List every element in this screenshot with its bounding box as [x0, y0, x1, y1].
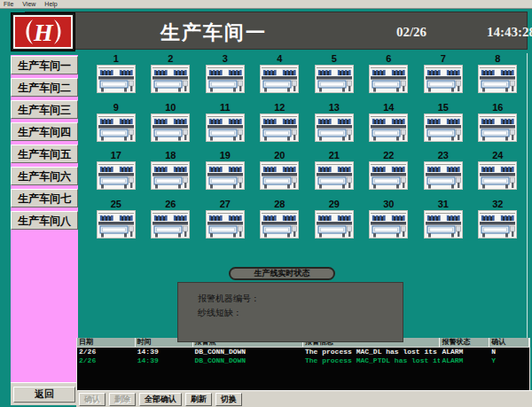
machine-number: 25: [111, 199, 121, 210]
svg-text:H: H: [33, 19, 54, 46]
logo-h-icon: H: [13, 15, 73, 49]
machine-number: 29: [329, 199, 340, 210]
knitting-machine-icon: [369, 65, 408, 93]
menu-item-help[interactable]: Help: [44, 1, 57, 7]
sidebar-item-workshop-6[interactable]: 生产车间六: [11, 167, 78, 185]
machine-number: 8: [495, 53, 500, 65]
knitting-machine-icon: [97, 113, 136, 142]
machine-number: 21: [329, 150, 340, 161]
sidebar-item-workshop-7[interactable]: 生产车间七: [11, 189, 78, 207]
machine-number: 22: [383, 150, 394, 161]
machine-number: 9: [113, 102, 119, 113]
header-bar: 生产车间一 02/26 14:43:28: [25, 12, 528, 50]
sidebar-item-workshop-1[interactable]: 生产车间一: [11, 56, 78, 74]
machine-16[interactable]: 16: [471, 102, 526, 151]
knitting-machine-icon: [369, 161, 408, 190]
machine-23[interactable]: 23: [416, 150, 471, 199]
machine-number: 10: [165, 102, 176, 113]
company-logo: H: [11, 12, 75, 51]
machine-9[interactable]: 9: [89, 102, 144, 151]
machine-5[interactable]: 5: [307, 53, 362, 102]
menu-item-view[interactable]: View: [22, 1, 35, 7]
machine-number: 24: [492, 150, 503, 161]
knitting-machine-icon: [206, 65, 245, 93]
alarm-cell-message: The process MAC_DL has lost its d...: [303, 348, 440, 356]
machine-20[interactable]: 20: [253, 150, 308, 199]
toolbar-button-确认[interactable]: 确认: [79, 393, 106, 406]
menu-item-file[interactable]: File: [4, 1, 13, 7]
machine-number: 15: [438, 102, 449, 113]
menu-bar: FileViewHelp: [0, 0, 532, 9]
machine-25[interactable]: 25: [89, 199, 144, 247]
status-field-label: 纱线短缺：: [198, 306, 403, 320]
machine-15[interactable]: 15: [416, 102, 471, 151]
machine-21[interactable]: 21: [307, 150, 362, 199]
knitting-machine-icon: [424, 113, 463, 142]
machine-number: 31: [438, 199, 449, 210]
knitting-machine-icon: [206, 113, 245, 142]
machine-3[interactable]: 3: [198, 53, 253, 102]
machine-14[interactable]: 14: [362, 102, 417, 151]
machine-12[interactable]: 12: [253, 102, 308, 151]
machine-7[interactable]: 7: [416, 53, 471, 102]
machine-number: 13: [329, 102, 340, 113]
machine-number: 4: [277, 53, 282, 65]
machine-24[interactable]: 24: [471, 150, 526, 199]
machine-number: 32: [492, 199, 503, 210]
machine-10[interactable]: 10: [144, 102, 199, 151]
alarm-cell-time: 14:39: [136, 356, 193, 365]
machine-19[interactable]: 19: [198, 150, 253, 199]
toolbar-button-刷新[interactable]: 刷新: [185, 393, 212, 406]
machine-number: 23: [438, 150, 449, 161]
machine-29[interactable]: 29: [307, 199, 362, 247]
knitting-machine-icon: [369, 210, 408, 239]
machine-18[interactable]: 18: [144, 150, 199, 199]
alarm-cell-message: The process MAC_PTDL has lost its ...: [303, 356, 440, 365]
machine-26[interactable]: 26: [144, 199, 199, 247]
machine-number: 12: [274, 102, 285, 113]
machine-6[interactable]: 6: [362, 53, 417, 102]
sidebar-item-workshop-8[interactable]: 生产车间八: [11, 211, 78, 230]
machine-32[interactable]: 32: [471, 199, 526, 247]
column-header: 报警状态: [440, 338, 489, 347]
sidebar-item-workshop-4[interactable]: 生产车间四: [11, 122, 78, 141]
alarm-row-1[interactable]: 2/2614:39DB_CONN_DOWNThe process MAC_DL …: [77, 348, 529, 356]
machine-number: 27: [220, 199, 231, 210]
sidebar-item-workshop-3[interactable]: 生产车间三: [11, 100, 78, 119]
machine-8[interactable]: 8: [471, 53, 526, 102]
toolbar-button-全部确认[interactable]: 全部确认: [139, 393, 182, 406]
machine-number: 7: [441, 53, 446, 65]
knitting-machine-icon: [151, 161, 190, 190]
machine-number: 3: [223, 53, 228, 65]
alarm-cell-date: 2/26: [77, 348, 136, 356]
knitting-machine-icon: [206, 161, 245, 190]
machine-1[interactable]: 1: [89, 53, 144, 102]
back-area: 返回: [11, 382, 78, 405]
machine-31[interactable]: 31: [416, 199, 471, 247]
machine-4[interactable]: 4: [253, 53, 308, 102]
machine-17[interactable]: 17: [89, 150, 144, 199]
machine-number: 16: [492, 102, 503, 113]
machine-11[interactable]: 11: [198, 102, 253, 151]
alarm-row-2[interactable]: 2/2614:39DB_CONN_DOWNThe process MAC_PTD…: [77, 356, 529, 365]
knitting-machine-icon: [97, 161, 136, 190]
machine-number: 2: [168, 53, 173, 65]
column-header: 确认: [489, 338, 529, 347]
toolbar-button-删除[interactable]: 删除: [109, 393, 136, 406]
sidebar-item-workshop-2[interactable]: 生产车间二: [11, 78, 78, 97]
machine-2[interactable]: 2: [144, 53, 199, 102]
knitting-machine-icon: [369, 113, 408, 142]
alarm-table: 日期时间报警点报警信息报警状态确认 2/2614:39DB_CONN_DOWNT…: [76, 338, 530, 390]
back-button[interactable]: 返回: [13, 387, 75, 403]
machine-28[interactable]: 28: [253, 199, 308, 247]
knitting-machine-icon: [260, 161, 299, 190]
machine-30[interactable]: 30: [362, 199, 417, 247]
machine-27[interactable]: 27: [198, 199, 253, 247]
knitting-machine-icon: [478, 161, 517, 190]
sidebar-item-workshop-5[interactable]: 生产车间五: [11, 145, 78, 163]
header-date: 02/26: [380, 25, 442, 40]
toolbar-button-切换[interactable]: 切换: [215, 393, 242, 406]
knitting-machine-icon: [260, 210, 299, 239]
machine-13[interactable]: 13: [307, 102, 362, 151]
machine-22[interactable]: 22: [362, 150, 417, 199]
